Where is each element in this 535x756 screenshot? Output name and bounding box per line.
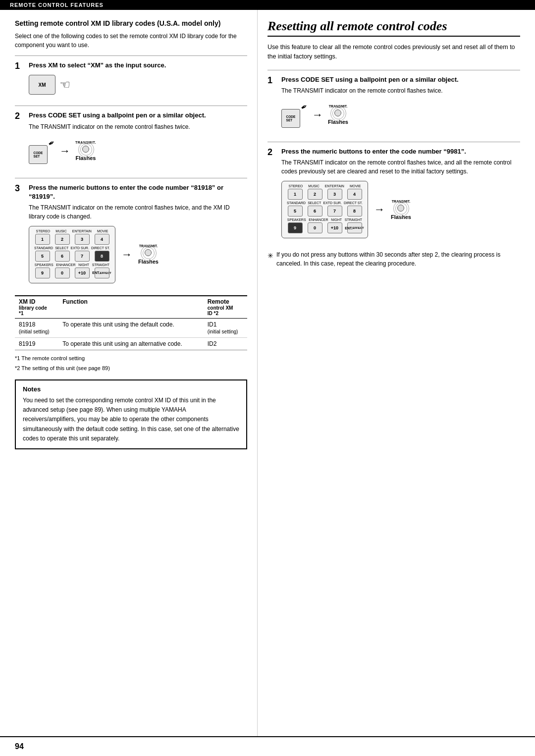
right-step-2-heading: Press the numeric buttons to enter the c… bbox=[281, 147, 520, 156]
left-step-1-heading: Press XM to select “XM” as the input sou… bbox=[29, 61, 247, 70]
page: Remote Control Features Setting remote c… bbox=[0, 0, 535, 756]
table-row2-function: To operate this unit using an alternativ… bbox=[58, 337, 203, 350]
left-step-2: 2 Press CODE SET using a ballpoint pen o… bbox=[15, 111, 247, 170]
right-numpad-btn-3: 3 bbox=[327, 189, 342, 200]
arrow-icon-right1: → bbox=[312, 108, 323, 121]
numpad-btn-6: 6 bbox=[55, 251, 70, 262]
table-row-2: 81919 To operate this unit using an alte… bbox=[15, 337, 247, 350]
transmit-dot-left3 bbox=[145, 249, 152, 256]
right-numpad-btn-7: 7 bbox=[327, 206, 342, 216]
right-bottom-note-text: If you do not press any buttons within 3… bbox=[276, 250, 520, 268]
left-step-3-heading: Press the numeric buttons to enter the c… bbox=[29, 183, 247, 201]
footnote2: *2 The setting of this unit (see page 89… bbox=[15, 364, 247, 373]
right-step-1-heading: Press CODE SET using a ballpoint pen or … bbox=[281, 75, 520, 84]
pen-icon-left2: ✒ bbox=[46, 137, 56, 149]
top-bar-label: Remote Control Features bbox=[10, 2, 104, 8]
right-numpad-btn-8: 8 bbox=[347, 206, 362, 216]
transmit-dot-right2 bbox=[397, 205, 404, 212]
right-numpad-btn-4: 4 bbox=[347, 189, 362, 200]
right-numpad-btn-plus10: +10 bbox=[327, 222, 342, 233]
notes-text: You need to set the corresponding remote… bbox=[23, 396, 239, 443]
right-step-1-diagram: CODESET ✒ → TRANSMIT. Flashes bbox=[281, 102, 520, 128]
right-numpad-row1: 1 2 3 4 bbox=[286, 189, 364, 200]
right-numpad-btn-5: 5 bbox=[288, 206, 303, 216]
code-set-illustration-left2: CODESET ✒ bbox=[29, 138, 54, 164]
right-numpad-btn-ent: ENT.EFFECT bbox=[347, 222, 362, 233]
right-numpad-row3: 9 0 +10 ENT.EFFECT bbox=[286, 222, 364, 233]
right-step-1: 1 Press CODE SET using a ballpoint pen o… bbox=[268, 75, 520, 135]
numpad-btn-ent: ENT.EFFECT bbox=[95, 268, 109, 278]
numpad-btn-3: 3 bbox=[75, 234, 90, 245]
transmit-indicator-left2: TRANSMIT. Flashes bbox=[75, 141, 96, 161]
notes-box: Notes You need to set the corresponding … bbox=[15, 379, 247, 449]
right-step-1-content: Press CODE SET using a ballpoint pen or … bbox=[281, 75, 520, 135]
note-icon: ✳ bbox=[268, 251, 273, 261]
right-numpad-btn-9: 9 bbox=[288, 222, 303, 233]
table-col3-header: Remote control XM ID *2 bbox=[204, 296, 247, 319]
notes-title: Notes bbox=[23, 385, 239, 393]
numpad-btn-9: 9 bbox=[35, 268, 50, 278]
xm-button-illustration: XM bbox=[29, 75, 55, 95]
left-step-2-desc: The TRANSMIT indicator on the remote con… bbox=[29, 122, 247, 131]
table-col2-header: Function bbox=[58, 296, 203, 319]
transmit-dot-right1 bbox=[334, 109, 341, 116]
top-bar: Remote Control Features bbox=[0, 0, 535, 10]
arrow-icon-left3: → bbox=[121, 248, 132, 261]
numpad-row-label1: STEREO MUSIC ENTERTAIN MOVIE bbox=[33, 229, 111, 233]
right-step-1-num: 1 bbox=[268, 75, 276, 86]
arrow-icon-left2: → bbox=[59, 145, 70, 158]
numpad-btn-5: 5 bbox=[35, 251, 50, 262]
numpad-btn-1: 1 bbox=[35, 234, 50, 245]
code-set-illustration-right1: CODESET ✒ bbox=[281, 102, 307, 128]
numpad-btn-plus10: +10 bbox=[75, 268, 90, 278]
right-step-2-num: 2 bbox=[268, 147, 276, 158]
right-numpad-btn-0: 0 bbox=[308, 222, 322, 233]
left-step-2-content: Press CODE SET using a ballpoint pen or … bbox=[29, 111, 247, 170]
left-step-3-desc: The TRANSMIT indicator on the remote con… bbox=[29, 203, 247, 221]
transmit-indicator-left3: TRANSMIT. Flashes bbox=[138, 244, 159, 265]
right-numpad-row-label1: STEREO MUSIC ENTERTAIN MOVIE bbox=[286, 184, 364, 188]
arrow-icon-right2: → bbox=[374, 203, 385, 216]
right-bottom-note: ✳ If you do not press any buttons within… bbox=[268, 250, 520, 268]
numpad-row-label3: SPEAKERS ENHANCER NIGHT STRAIGHT bbox=[33, 263, 111, 267]
numpad-row2: 5 6 7 8 bbox=[33, 251, 111, 262]
numpad-btn-8: 8 bbox=[95, 251, 109, 262]
transmit-dot-left2 bbox=[82, 146, 89, 153]
right-step-1-desc: The TRANSMIT indicator on the remote con… bbox=[281, 86, 520, 95]
left-section-title: Setting remote control XM ID library cod… bbox=[15, 19, 247, 28]
numpad-right2: STEREO MUSIC ENTERTAIN MOVIE 1 2 3 4 bbox=[281, 181, 368, 238]
left-step-3: 3 Press the numeric buttons to enter the… bbox=[15, 183, 247, 288]
left-step-1: 1 Press XM to select “XM” as the input s… bbox=[15, 61, 247, 99]
transmit-indicator-right2: TRANSMIT. Flashes bbox=[391, 200, 411, 220]
right-column: Resetting all remote control codes Use t… bbox=[258, 10, 535, 736]
table-row2-code: 81919 bbox=[15, 337, 58, 350]
table-row1-code: 81918(initial setting) bbox=[15, 318, 58, 337]
left-step-3-content: Press the numeric buttons to enter the c… bbox=[29, 183, 247, 288]
page-number: 94 bbox=[0, 736, 535, 756]
left-step-2-diagram: CODESET ✒ → TRANSMIT. Flashes bbox=[29, 138, 247, 164]
numpad-row1: 1 2 3 4 bbox=[33, 234, 111, 245]
right-numpad-row-label2: STANDARD SELECT EXTD SUR. DIRECT ST. bbox=[286, 201, 364, 205]
left-step-2-heading: Press CODE SET using a ballpoint pen or … bbox=[29, 111, 247, 120]
code-set-box-right1: CODESET bbox=[281, 109, 300, 128]
left-step-1-content: Press XM to select “XM” as the input sou… bbox=[29, 61, 247, 99]
footnote1: *1 The remote control setting bbox=[15, 354, 247, 363]
pointing-hand-icon: ☞ bbox=[59, 78, 70, 92]
right-step-2-diagram: STEREO MUSIC ENTERTAIN MOVIE 1 2 3 4 bbox=[281, 181, 520, 238]
code-set-box: CODESET bbox=[29, 145, 48, 164]
content-area: Setting remote control XM ID library cod… bbox=[0, 10, 535, 736]
table-row-1: 81918(initial setting) To operate this u… bbox=[15, 318, 247, 337]
right-numpad-btn-1: 1 bbox=[288, 189, 303, 200]
right-step-2-content: Press the numeric buttons to enter the c… bbox=[281, 147, 520, 243]
left-section-intro: Select one of the following codes to set… bbox=[15, 32, 247, 50]
table-row2-control: ID2 bbox=[204, 337, 247, 350]
numpad-btn-0: 0 bbox=[55, 268, 70, 278]
xm-table: XM ID library code *1 Function Remote co bbox=[15, 295, 247, 350]
numpad-row3: 9 0 +10 ENT.EFFECT bbox=[33, 268, 111, 278]
left-step-1-diagram: XM ☞ bbox=[29, 75, 247, 95]
right-numpad-row2: 5 6 7 8 bbox=[286, 206, 364, 216]
numpad-btn-7: 7 bbox=[75, 251, 90, 262]
table-row1-control: ID1(initial setting) bbox=[204, 318, 247, 337]
right-intro: Use this feature to clear all the remote… bbox=[268, 43, 520, 62]
table-row1-function: To operate this unit using the default c… bbox=[58, 318, 203, 337]
